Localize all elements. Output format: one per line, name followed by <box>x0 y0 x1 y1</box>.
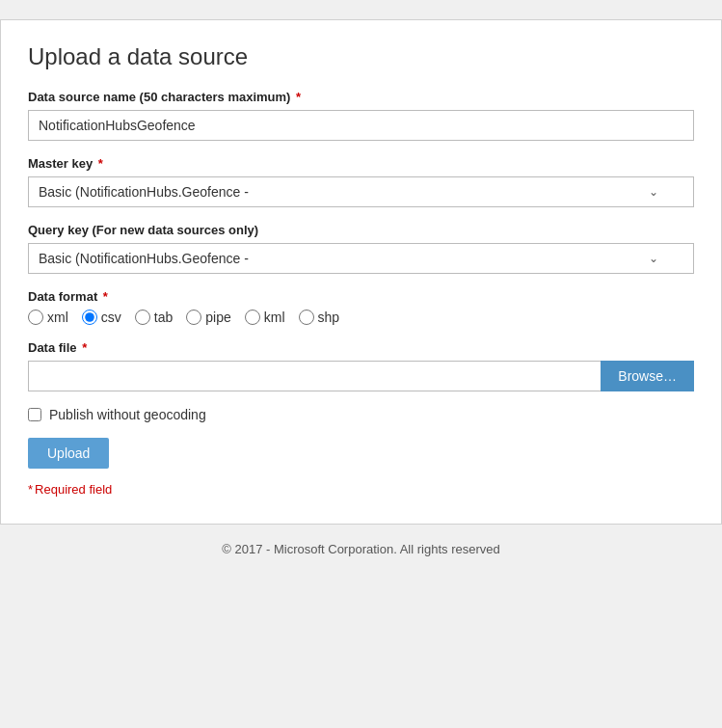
data-file-group: Data file * Browse… <box>28 340 694 391</box>
radio-tab[interactable] <box>135 310 150 325</box>
radio-item-xml: xml <box>28 310 68 325</box>
form-card: Upload a data source Data source name (5… <box>0 19 722 525</box>
upload-button[interactable]: Upload <box>28 438 109 469</box>
radio-kml[interactable] <box>245 310 260 325</box>
page-wrapper: Upload a data source Data source name (5… <box>0 19 722 564</box>
radio-kml-label[interactable]: kml <box>264 310 285 325</box>
radio-xml[interactable] <box>28 310 43 325</box>
master-key-select[interactable]: Basic (NotificationHubs.Geofence - ⌄ <box>28 176 694 207</box>
datasource-name-input[interactable] <box>28 110 694 141</box>
query-key-label: Query key (For new data sources only) <box>28 223 694 237</box>
data-format-required-star: * <box>99 289 108 304</box>
master-key-required-star: * <box>94 156 103 171</box>
data-format-radio-group: xml csv tab pipe kml <box>28 310 694 325</box>
query-key-group: Query key (For new data sources only) Ba… <box>28 223 694 274</box>
master-key-group: Master key * Basic (NotificationHubs.Geo… <box>28 156 694 207</box>
required-note-star: * <box>28 482 33 497</box>
radio-tab-label[interactable]: tab <box>154 310 173 325</box>
radio-pipe[interactable] <box>186 310 201 325</box>
radio-item-pipe: pipe <box>186 310 230 325</box>
data-file-required-star: * <box>79 340 88 355</box>
radio-csv-label[interactable]: csv <box>101 310 121 325</box>
query-key-select[interactable]: Basic (NotificationHubs.Geofence - ⌄ <box>28 243 694 274</box>
radio-item-tab: tab <box>135 310 173 325</box>
data-format-label: Data format * <box>28 289 694 304</box>
radio-shp[interactable] <box>299 310 314 325</box>
radio-item-csv: csv <box>82 310 121 325</box>
file-input-row: Browse… <box>28 361 694 391</box>
master-key-select-wrapper: Basic (NotificationHubs.Geofence - ⌄ <box>28 176 694 207</box>
data-file-input[interactable] <box>28 361 601 391</box>
data-file-label: Data file * <box>28 340 694 355</box>
publish-geocoding-label[interactable]: Publish without geocoding <box>49 407 206 422</box>
radio-shp-label[interactable]: shp <box>318 310 340 325</box>
radio-xml-label[interactable]: xml <box>47 310 68 325</box>
radio-csv[interactable] <box>82 310 97 325</box>
radio-item-kml: kml <box>245 310 285 325</box>
master-key-value: Basic (NotificationHubs.Geofence - <box>39 184 249 200</box>
page-title: Upload a data source <box>28 43 694 70</box>
browse-button[interactable]: Browse… <box>601 361 694 391</box>
datasource-name-label: Data source name (50 characters maximum)… <box>28 90 694 104</box>
master-key-chevron-icon: ⌄ <box>649 185 658 199</box>
datasource-name-group: Data source name (50 characters maximum)… <box>28 90 694 141</box>
publish-geocoding-row: Publish without geocoding <box>28 407 694 422</box>
publish-geocoding-checkbox[interactable] <box>28 408 41 421</box>
master-key-label: Master key * <box>28 156 694 171</box>
radio-pipe-label[interactable]: pipe <box>205 310 230 325</box>
datasource-name-required-star: * <box>292 90 301 104</box>
data-format-group: Data format * xml csv tab pipe <box>28 289 694 325</box>
footer: © 2017 - Microsoft Corporation. All righ… <box>0 525 722 564</box>
query-key-chevron-icon: ⌄ <box>649 252 658 265</box>
required-note: *Required field <box>28 482 694 497</box>
radio-item-shp: shp <box>299 310 340 325</box>
query-key-value: Basic (NotificationHubs.Geofence - <box>39 251 249 266</box>
query-key-select-wrapper: Basic (NotificationHubs.Geofence - ⌄ <box>28 243 694 274</box>
